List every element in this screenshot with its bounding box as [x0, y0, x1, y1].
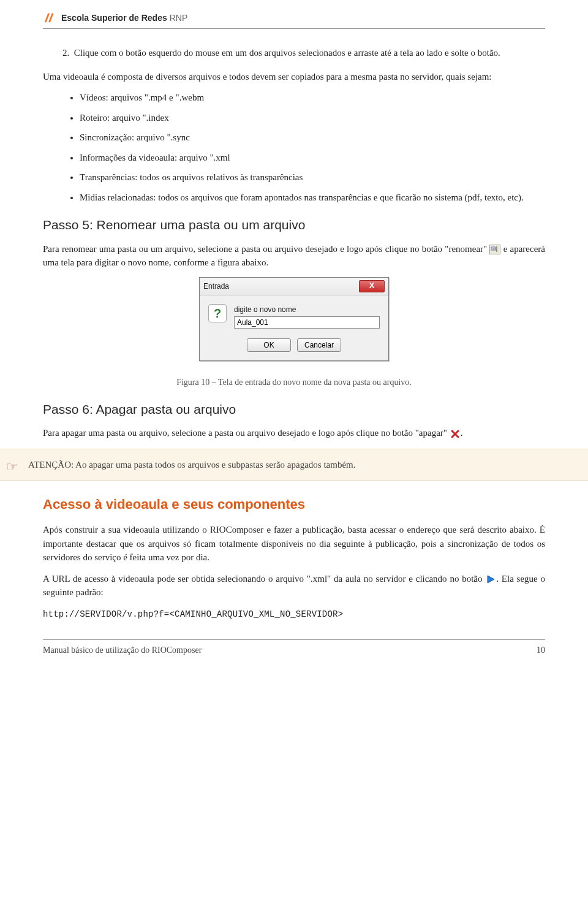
- rename-input[interactable]: [234, 316, 380, 329]
- dialog-title: Entrada: [203, 281, 229, 292]
- url-code: http://SERVIDOR/v.php?f=<CAMINHO_ARQUIVO…: [43, 609, 343, 619]
- step6-text-a: Para apagar uma pasta ou arquivo, seleci…: [43, 428, 450, 438]
- access-text-a: A URL de acesso à videoaula pode ser obt…: [43, 574, 485, 584]
- list-item: Vídeos: arquivos ".mp4 e ".webm: [80, 91, 545, 105]
- step6-heading: Passo 6: Apagar pasta ou arquivo: [43, 400, 545, 419]
- step5-heading: Passo 5: Renomear uma pasta ou um arquiv…: [43, 215, 545, 235]
- header-suffix: RNP: [170, 12, 188, 25]
- header-brand: Escola Superior de Redes: [61, 12, 167, 25]
- callout-text: ATENÇÃO: Ao apagar uma pasta todos os ar…: [28, 460, 355, 470]
- step6-paragraph: Para apagar uma pasta ou arquivo, seleci…: [43, 426, 545, 440]
- list-item-2: 2. Clique com o botão esquerdo do mouse …: [81, 46, 545, 60]
- delete-icon: [450, 429, 461, 439]
- logo-icon: [43, 11, 56, 25]
- dialog-label: digite o novo nome: [234, 304, 380, 315]
- footer-title: Manual básico de utilização do RIOCompos…: [43, 644, 202, 657]
- close-button[interactable]: X: [359, 280, 385, 292]
- section-heading: Acesso à videoaula e seus componentes: [43, 494, 545, 514]
- svg-text:ab: ab: [492, 247, 496, 250]
- step5-paragraph: Para renomear uma pasta ou um arquivo, s…: [43, 242, 545, 270]
- step5-text-a: Para renomear uma pasta ou um arquivo, s…: [43, 244, 489, 254]
- list-item: Midias relacionadas: todos os arquivos q…: [80, 191, 545, 205]
- question-icon: ?: [208, 304, 227, 322]
- url-pattern: http://SERVIDOR/v.php?f=<CAMINHO_ARQUIVO…: [43, 607, 545, 621]
- page-number: 10: [537, 644, 545, 657]
- list-item: Roteiro: arquivo ".index: [80, 111, 545, 125]
- rename-icon: ab: [489, 245, 500, 254]
- page-header: Escola Superior de Redes RNP: [43, 11, 545, 29]
- rename-dialog: Entrada X ? digite o novo nome OK Cancel…: [199, 277, 389, 361]
- svg-marker-6: [488, 576, 494, 583]
- list-item: Transparências: todos os arquivos relati…: [80, 170, 545, 185]
- play-icon: [485, 574, 496, 584]
- list-item: Informações da videoaula: arquivo ".xml: [80, 151, 545, 165]
- bullet-list: Vídeos: arquivos ".mp4 e ".webm Roteiro:…: [80, 91, 545, 204]
- figure10-caption: Figura 10 – Tela de entrada do novo nome…: [43, 376, 545, 389]
- page-footer: Manual básico de utilização do RIOCompos…: [43, 639, 545, 657]
- access-paragraph-1: Após construir a sua videoaula utilizand…: [43, 523, 545, 565]
- dialog-screenshot: Entrada X ? digite o novo nome OK Cancel…: [43, 277, 545, 361]
- intro-paragraph: Uma videoaula é composta de diversos arq…: [43, 70, 545, 84]
- pointing-hand-icon: ☞: [6, 457, 18, 477]
- dialog-titlebar: Entrada X: [200, 278, 388, 295]
- list-number: 2.: [62, 48, 69, 58]
- list-text: Clique com o botão esquerdo do mouse em …: [74, 48, 500, 58]
- warning-callout: ☞ ATENÇÃO: Ao apagar uma pasta todos os …: [0, 449, 588, 481]
- ok-button[interactable]: OK: [247, 338, 291, 352]
- step6-text-b: .: [461, 428, 463, 438]
- cancel-button[interactable]: Cancelar: [297, 338, 341, 352]
- access-paragraph-2: A URL de acesso à videoaula pode ser obt…: [43, 572, 545, 600]
- list-item: Sincronização: arquivo ".sync: [80, 131, 545, 145]
